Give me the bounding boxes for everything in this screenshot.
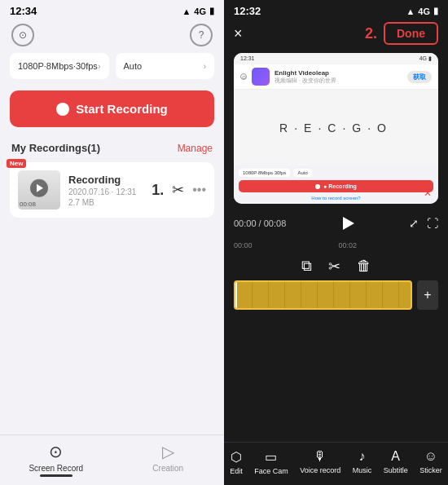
edit-actions: ⧉ ✂ 🗑 (224, 254, 448, 280)
network-label-right: 4G (418, 7, 430, 16)
auto-button[interactable]: Auto › (116, 53, 215, 79)
music-label: Music (353, 466, 372, 474)
time-left: 12:34 (10, 5, 37, 17)
edit-label: Edit (230, 467, 243, 475)
playhead (235, 280, 237, 310)
preview-app-name: Enlight Videoleap (275, 69, 336, 77)
preview-bottom-section: 1080P·8Mbps·30fps Auto ● Recording How t… (234, 165, 438, 204)
subtitle-icon: A (391, 449, 400, 464)
fullscreen-icon[interactable]: ⛶ (427, 217, 438, 230)
add-clip-button[interactable]: + (417, 280, 438, 310)
time-right: 12:32 (234, 5, 261, 17)
recgo-logo: R·E·C·G·O (279, 121, 393, 134)
phone-screen: 12:31 4G ▮ ⊙ Enlight Videoleap 视频编辑 · 改变… (234, 53, 438, 204)
preview-setting-row: 1080P·8Mbps·30fps Auto (239, 169, 433, 177)
help-icon[interactable]: ? (190, 24, 213, 46)
signal-icon-right: ▲ (406, 7, 415, 16)
preview-auto-mini: Auto (293, 169, 311, 177)
status-icons-right: ▲ 4G ▮ (406, 6, 438, 16)
manage-link[interactable]: Manage (178, 143, 213, 154)
preview-get-button[interactable]: 获取 (407, 71, 432, 83)
chevron-icon-resolution: › (98, 62, 100, 71)
toolbar-edit[interactable]: ⬡ Edit (230, 449, 243, 475)
recording-info: Recording 2020.07.16 · 12:31 2.7 MB (68, 174, 143, 207)
preview-dot-mini (315, 184, 320, 189)
preview-resolution-mini: 1080P·8Mbps·30fps (239, 169, 290, 177)
time-current: 00:00 (234, 218, 257, 228)
voice-label: Voice record (300, 466, 340, 474)
nav-creation-label: Creation (152, 464, 183, 473)
trash-icon[interactable]: 🗑 (357, 258, 371, 276)
chevron-icon-auto: › (204, 62, 206, 71)
play-overlay[interactable] (30, 179, 48, 197)
recording-name: Recording (68, 174, 143, 186)
preview-app-info: Enlight Videoleap 视频编辑 · 改变你的世界 (275, 69, 336, 85)
nav-screen-record[interactable]: ⊙ Screen Record (0, 435, 112, 485)
recordings-header: My Recordings(1) Manage (0, 142, 224, 162)
sticker-label: Sticker (419, 466, 442, 474)
play-triangle (343, 217, 354, 230)
video-strip[interactable] (234, 280, 412, 310)
trim-x-icon[interactable]: ✕ (424, 187, 432, 199)
step2-badge: 2. (365, 25, 377, 42)
preview-status-bar: 12:31 4G ▮ (234, 53, 438, 64)
toolbar-voice[interactable]: 🎙 Voice record (300, 449, 340, 475)
preview-link[interactable]: How to record screen? (239, 196, 433, 201)
toolbar-facecam[interactable]: ▭ Face Cam (254, 449, 288, 475)
scissors-icon[interactable]: ✂ (172, 181, 184, 199)
signal-icon: ▲ (182, 7, 191, 16)
preview-icons: 4G ▮ (419, 55, 432, 62)
screen-record-icon: ⊙ (49, 442, 63, 461)
top-icons-left: ⊙ ? (0, 20, 224, 53)
timeline-area: + (234, 280, 438, 310)
nav-indicator (40, 474, 72, 477)
sticker-icon: ☺ (424, 449, 437, 464)
video-strip-pattern (235, 282, 411, 308)
voice-icon: 🎙 (314, 449, 327, 464)
play-button[interactable] (336, 212, 359, 235)
recording-date: 2020.07.16 · 12:31 (68, 187, 143, 196)
battery-icon-right: ▮ (433, 6, 438, 16)
tick-0: 00:00 (234, 241, 253, 249)
status-bar-right: 12:32 ▲ 4G ▮ (224, 0, 448, 20)
timeline-ticks: 00:00 00:02 (224, 240, 448, 254)
record-button-label: Start Recording (76, 102, 168, 116)
time-total: 00:08 (264, 218, 287, 228)
facecam-icon: ▭ (265, 449, 277, 465)
edit-icon: ⬡ (231, 449, 242, 465)
toolbar-subtitle[interactable]: A Subtitle (384, 449, 408, 475)
preview-record-mini: ● Recording (239, 180, 433, 192)
nav-creation[interactable]: ▷ Creation (112, 435, 225, 485)
preview-app-sub: 视频编辑 · 改变你的世界 (275, 77, 336, 85)
auto-label: Auto (124, 61, 143, 71)
recording-size: 2.7 MB (68, 198, 143, 207)
more-icon[interactable]: ••• (192, 183, 206, 197)
thumbnail-wrap: 00:08 (18, 170, 60, 209)
left-panel: 12:34 ▲ 4G ▮ ⊙ ? 1080P·8Mbps·30fps › Aut… (0, 0, 224, 485)
duration-label: 00:08 (20, 201, 36, 208)
copy-icon[interactable]: ⧉ (301, 258, 312, 276)
cut-icon[interactable]: ✂ (328, 258, 340, 276)
creation-icon: ▷ (162, 442, 174, 461)
bottom-toolbar: ⬡ Edit ▭ Face Cam 🎙 Voice record ♪ Music… (224, 442, 448, 485)
subtitle-label: Subtitle (384, 466, 408, 474)
music-icon: ♪ (358, 449, 365, 464)
settings-row: 1080P·8Mbps·30fps › Auto › (0, 53, 224, 79)
toolbar-sticker[interactable]: ☺ Sticker (419, 449, 442, 475)
new-badge: New (7, 159, 26, 168)
toolbar-music[interactable]: ♪ Music (353, 449, 372, 475)
start-recording-button[interactable]: Start Recording (10, 90, 214, 127)
preview-app-bar: ⊙ Enlight Videoleap 视频编辑 · 改变你的世界 获取 (234, 64, 438, 90)
preview-time: 12:31 (240, 55, 255, 62)
tick-1: 00:02 (339, 241, 358, 249)
done-button[interactable]: Done (384, 22, 438, 45)
resolution-button[interactable]: 1080P·8Mbps·30fps › (10, 53, 109, 79)
close-button[interactable]: × (234, 25, 243, 42)
step1-badge: 1. (152, 182, 164, 199)
facecam-label: Face Cam (254, 467, 288, 475)
target-icon[interactable]: ⊙ (11, 24, 34, 46)
phone-preview: 12:31 4G ▮ ⊙ Enlight Videoleap 视频编辑 · 改变… (234, 53, 438, 204)
nav-screen-record-label: Screen Record (29, 464, 83, 473)
timeline-controls: 00:00 / 00:08 ⤢ ⛶ (224, 207, 448, 240)
expand-icon[interactable]: ⤢ (409, 217, 419, 230)
